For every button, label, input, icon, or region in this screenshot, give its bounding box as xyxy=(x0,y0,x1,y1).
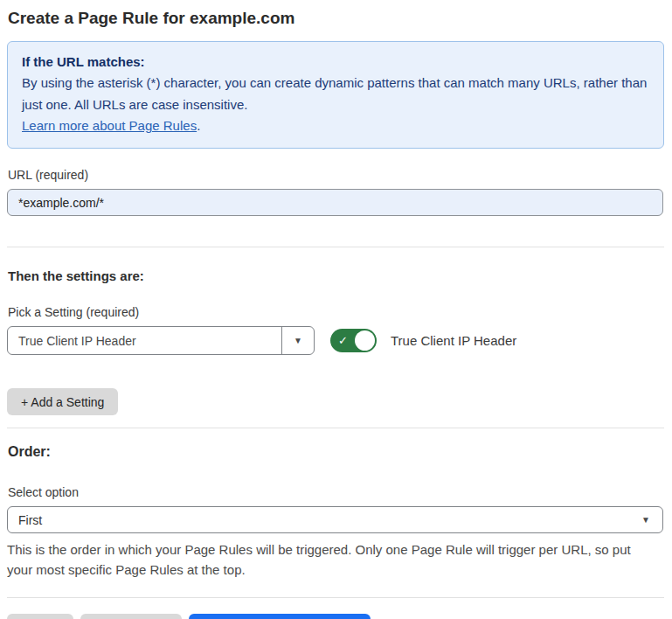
order-help-text: This is the order in which your Page Rul… xyxy=(7,539,658,581)
url-input[interactable] xyxy=(7,189,663,216)
toggle-knob xyxy=(355,330,375,351)
footer-actions: Cancel Save as Draft Save and Deploy Pag… xyxy=(7,614,664,619)
setting-row: True Client IP Header ▼ ✓ True Client IP… xyxy=(7,326,664,355)
chevron-down-icon: ▼ xyxy=(641,516,650,525)
setting-picker-label: Pick a Setting (required) xyxy=(7,305,664,319)
chevron-down-icon: ▼ xyxy=(294,337,302,345)
info-box-link-line: Learn more about Page Rules. xyxy=(22,115,649,136)
check-icon: ✓ xyxy=(338,334,348,347)
add-setting-button[interactable]: + Add a Setting xyxy=(7,388,118,415)
save-and-deploy-button[interactable]: Save and Deploy Page Rule xyxy=(189,614,371,619)
link-suffix: . xyxy=(197,118,200,133)
section-divider xyxy=(7,428,664,428)
learn-more-link[interactable]: Learn more about Page Rules xyxy=(22,118,197,133)
section-divider xyxy=(7,247,664,247)
setting-dropdown-caret-button[interactable]: ▼ xyxy=(281,327,314,354)
footer-divider xyxy=(7,597,664,598)
order-select-value: First xyxy=(18,513,641,527)
page-title: Create a Page Rule for example.com xyxy=(7,7,664,28)
url-field-label: URL (required) xyxy=(7,168,664,182)
page-rule-form: Create a Page Rule for example.com If th… xyxy=(0,0,672,619)
setting-dropdown-value: True Client IP Header xyxy=(8,327,281,354)
settings-section-heading: Then the settings are: xyxy=(7,268,664,283)
toggle-label: True Client IP Header xyxy=(391,333,516,348)
url-match-info-box: If the URL matches: By using the asteris… xyxy=(7,41,664,149)
cancel-button[interactable]: Cancel xyxy=(7,614,73,619)
order-section-heading: Order: xyxy=(7,444,664,460)
info-box-body: By using the asterisk (*) character, you… xyxy=(22,73,649,115)
order-select-label: Select option xyxy=(7,485,664,499)
save-as-draft-button[interactable]: Save as Draft xyxy=(80,614,183,619)
setting-dropdown[interactable]: True Client IP Header ▼ xyxy=(7,326,315,355)
order-select[interactable]: First ▼ xyxy=(7,506,663,533)
info-box-heading: If the URL matches: xyxy=(22,52,649,73)
true-client-ip-toggle[interactable]: ✓ xyxy=(330,329,377,352)
